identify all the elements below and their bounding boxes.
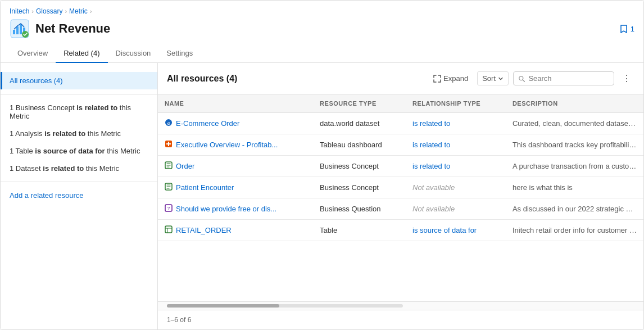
pagination: 1–6 of 6 (158, 310, 643, 329)
svg-line-7 (523, 80, 524, 82)
breadcrumb: Initech › Glossary › Metric › (10, 7, 634, 15)
svg-rect-17 (165, 226, 172, 233)
resource-icon-5 (165, 225, 173, 235)
tab-discussion[interactable]: Discussion (108, 44, 159, 63)
resource-link-0[interactable]: d E-Commerce Order (165, 119, 306, 128)
cell-relationship-type-0[interactable]: is related to (406, 113, 506, 134)
main-content: All resources (4) Expand Sort (158, 63, 643, 329)
sidebar-item-table[interactable]: 1 Table is source of data for this Metri… (1, 142, 157, 160)
table-row: ? Should we provide free or dis... Busin… (158, 198, 643, 220)
sidebar-item-dataset[interactable]: 1 Dataset is related to this Metric (1, 160, 157, 177)
cell-resource-type-2: Business Concept (313, 156, 406, 177)
cell-relationship-type-1[interactable]: is related to (406, 134, 506, 156)
resource-link-3[interactable]: Patient Encounter (165, 183, 306, 192)
cell-name-5: RETAIL_ORDER (158, 220, 313, 241)
resource-link-5[interactable]: RETAIL_ORDER (165, 225, 306, 235)
cell-description-5: Initech retail order info for customer s… (506, 220, 643, 241)
col-resource-type: RESOURCE TYPE (313, 94, 406, 113)
expand-button[interactable]: Expand (429, 72, 473, 85)
resource-link-4[interactable]: ? Should we provide free or dis... (165, 204, 306, 214)
main-title: All resources (4) (167, 74, 237, 84)
sort-label: Sort (482, 74, 496, 83)
svg-point-6 (519, 76, 523, 80)
table-row: d E-Commerce Order data.world dataset is… (158, 113, 643, 134)
add-related-resource-link[interactable]: Add a related resource (1, 187, 157, 204)
cell-resource-type-4: Business Question (313, 198, 406, 220)
bookmark-button[interactable]: 1 (619, 24, 634, 33)
sidebar-item-analysis[interactable]: 1 Analysis is related to this Metric (1, 125, 157, 142)
tab-related[interactable]: Related (4) (56, 44, 107, 63)
resource-icon-1 (165, 140, 173, 150)
sidebar: All resources (4) 1 Business Concept is … (1, 63, 158, 329)
sidebar-divider-2 (1, 182, 157, 182)
horizontal-scrollbar[interactable] (158, 301, 643, 310)
col-name: NAME (158, 94, 313, 113)
table-row: RETAIL_ORDER Table is source of data for… (158, 220, 643, 241)
cell-relationship-type-4[interactable]: Not available (406, 198, 506, 220)
resource-link-1[interactable]: Executive Overview - Profitab... (165, 140, 306, 150)
table-row: Patient Encounter Business Concept Not a… (158, 177, 643, 198)
cell-description-2: A purchase transaction from a customer o… (506, 156, 643, 177)
svg-rect-1 (13, 30, 15, 34)
metric-icon (10, 19, 30, 39)
tab-overview[interactable]: Overview (10, 44, 56, 63)
search-input[interactable] (528, 74, 609, 83)
expand-label: Expand (443, 74, 468, 83)
page-title: Net Revenue (35, 21, 110, 36)
more-options-button[interactable]: ⋮ (619, 71, 634, 86)
breadcrumb-metric[interactable]: Metric (69, 7, 88, 15)
resources-table: NAME RESOURCE TYPE RELATIONSHIP TYPE DES… (158, 94, 643, 241)
cell-relationship-type-3[interactable]: Not available (406, 177, 506, 198)
cell-description-1: This dashboard tracks key profitability … (506, 134, 643, 156)
resource-link-2[interactable]: Order (165, 161, 306, 171)
resources-table-container: NAME RESOURCE TYPE RELATIONSHIP TYPE DES… (158, 94, 643, 301)
main-actions: Expand Sort ⋮ (429, 71, 634, 86)
cell-description-0: Curated, clean, documented dataset for e… (506, 113, 643, 134)
cell-relationship-type-5[interactable]: is source of data for (406, 220, 506, 241)
cell-description-3: here is what this is (506, 177, 643, 198)
sidebar-item-business-concept[interactable]: 1 Business Concept is related to this Me… (1, 99, 157, 125)
svg-text:?: ? (167, 206, 170, 211)
cell-name-0: d E-Commerce Order (158, 113, 313, 134)
resource-icon-0: d (165, 119, 173, 128)
sidebar-divider (1, 94, 157, 94)
cell-name-1: Executive Overview - Profitab... (158, 134, 313, 156)
breadcrumb-glossary[interactable]: Glossary (36, 7, 62, 15)
cell-relationship-type-2[interactable]: is related to (406, 156, 506, 177)
table-row: Executive Overview - Profitab... Tableau… (158, 134, 643, 156)
resource-icon-4: ? (165, 204, 173, 214)
expand-icon (433, 75, 441, 83)
cell-name-4: ? Should we provide free or dis... (158, 198, 313, 220)
search-icon (518, 75, 525, 83)
cell-resource-type-3: Business Concept (313, 177, 406, 198)
chevron-down-icon (498, 76, 504, 82)
bookmark-icon (619, 24, 628, 33)
resource-icon-2 (165, 161, 173, 171)
svg-rect-2 (16, 26, 19, 34)
cell-resource-type-5: Table (313, 220, 406, 241)
cell-resource-type-0: data.world dataset (313, 113, 406, 134)
breadcrumb-initech[interactable]: Initech (10, 7, 29, 15)
table-header-row: NAME RESOURCE TYPE RELATIONSHIP TYPE DES… (158, 94, 643, 113)
bookmark-count: 1 (631, 25, 634, 33)
cell-name-2: Order (158, 156, 313, 177)
svg-text:d: d (167, 121, 170, 125)
cell-description-4: As discussed in our 2022 strategic offsi… (506, 198, 643, 220)
tab-settings[interactable]: Settings (158, 44, 201, 63)
sort-button[interactable]: Sort (477, 71, 509, 85)
table-row: Order Business Concept is related to A p… (158, 156, 643, 177)
cell-name-3: Patient Encounter (158, 177, 313, 198)
sidebar-all-resources[interactable]: All resources (4) (1, 72, 157, 89)
resource-icon-3 (165, 183, 173, 192)
col-relationship-type: RELATIONSHIP TYPE (406, 94, 506, 113)
search-box[interactable] (513, 71, 614, 85)
col-description: DESCRIPTION (506, 94, 643, 113)
tabs: Overview Related (4) Discussion Settings (10, 44, 634, 62)
cell-resource-type-1: Tableau dashboard (313, 134, 406, 156)
svg-rect-12 (166, 143, 171, 144)
svg-rect-3 (20, 24, 22, 34)
